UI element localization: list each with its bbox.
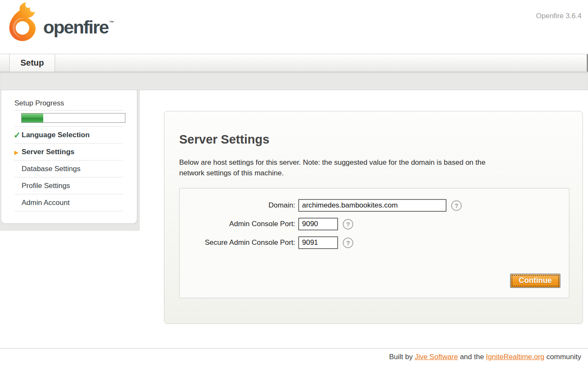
page-description: Below are host settings for this server.… bbox=[179, 157, 485, 178]
current-step-arrow-icon: ▶ bbox=[14, 144, 18, 161]
footer: Built by Jive Software and the IgniteRea… bbox=[389, 353, 581, 361]
secure-admin-console-port-input[interactable] bbox=[298, 236, 338, 249]
form-row-domain: Domain: ? bbox=[180, 199, 569, 212]
footer-text: community bbox=[544, 353, 581, 361]
setup-progress-title: Setup Progress bbox=[14, 99, 64, 108]
admin-console-port-input[interactable] bbox=[298, 218, 338, 230]
openfire-setup-page: openfire™ Openfire 3.6.4 Setup Setup Pro… bbox=[0, 0, 588, 371]
continue-button[interactable]: Continue bbox=[510, 274, 560, 288]
sidebar-item-label: Database Settings bbox=[22, 165, 80, 173]
version-label: Openfire 3.6.4 bbox=[536, 12, 582, 20]
sidebar-item-label: Server Settings bbox=[22, 148, 75, 156]
secure-admin-console-port-label: Secure Admin Console Port: bbox=[180, 238, 298, 247]
tab-bar: Setup bbox=[0, 54, 588, 72]
tab-setup[interactable]: Setup bbox=[9, 54, 55, 72]
sidebar-item-server-settings: ▶ Server Settings bbox=[1, 144, 137, 161]
divider bbox=[14, 211, 123, 211]
sidebar-item-label: Profile Settings bbox=[22, 182, 70, 190]
setup-progress-fill bbox=[22, 114, 43, 122]
domain-help-icon[interactable]: ? bbox=[451, 200, 462, 211]
sidebar-item-language-selection: ✓ Language Selection bbox=[1, 127, 137, 144]
divider bbox=[14, 110, 123, 111]
form-row-secure-admin-console-port: Secure Admin Console Port: ? bbox=[180, 236, 569, 249]
subnav-bar bbox=[0, 72, 588, 90]
jive-software-link[interactable]: Jive Software bbox=[415, 353, 458, 361]
domain-label: Domain: bbox=[180, 201, 298, 210]
footer-text: Built by bbox=[389, 353, 414, 361]
sidebar-item-database-settings: Database Settings bbox=[1, 161, 137, 177]
admin-console-port-help-icon[interactable]: ? bbox=[343, 219, 353, 230]
setup-steps-list: ✓ Language Selection ▶ Server Settings D… bbox=[1, 127, 137, 211]
server-settings-form: Domain: ? Admin Console Port: ? Secure A… bbox=[179, 188, 569, 298]
openfire-wordmark: openfire™ bbox=[43, 17, 113, 38]
secure-admin-console-port-help-icon[interactable]: ? bbox=[343, 238, 353, 248]
main-content-panel: Server Settings Below are host settings … bbox=[164, 111, 583, 324]
admin-console-port-label: Admin Console Port: bbox=[180, 220, 298, 228]
sidebar-item-label: Language Selection bbox=[22, 131, 90, 139]
setup-progress-bar bbox=[21, 113, 125, 123]
domain-input[interactable] bbox=[298, 199, 447, 212]
openfire-flame-logo-icon bbox=[6, 2, 40, 44]
description-line: network settings of this machine. bbox=[179, 168, 485, 178]
footer-text: and the bbox=[458, 353, 486, 361]
form-row-admin-console-port: Admin Console Port: ? bbox=[180, 218, 569, 230]
igniterealtime-link[interactable]: IgniteRealtime.org bbox=[486, 353, 544, 361]
description-line: Below are host settings for this server.… bbox=[179, 157, 485, 168]
sidebar-item-profile-settings: Profile Settings bbox=[1, 177, 137, 194]
page-title: Server Settings bbox=[179, 133, 269, 147]
trademark-symbol: ™ bbox=[109, 20, 114, 25]
footer-divider bbox=[0, 348, 588, 349]
check-icon: ✓ bbox=[14, 127, 21, 144]
sidebar-item-admin-account: Admin Account bbox=[1, 194, 137, 211]
sidebar-item-label: Admin Account bbox=[22, 199, 69, 207]
setup-progress-card: Setup Progress ✓ Language Selection ▶ Se… bbox=[1, 90, 137, 224]
header: openfire™ Openfire 3.6.4 bbox=[0, 0, 588, 54]
